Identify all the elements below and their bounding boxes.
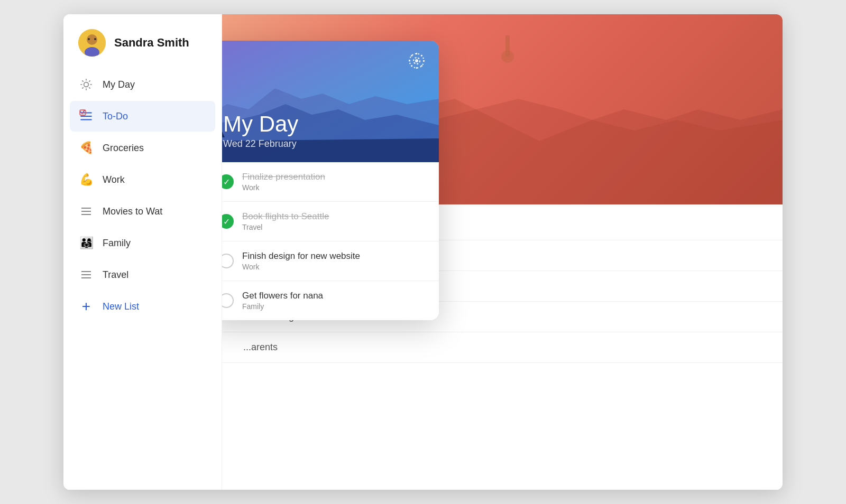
sidebar-item-family[interactable]: 👨‍👩‍👧 Family (70, 228, 215, 258)
family-icon: 👨‍👩‍👧 (78, 235, 94, 251)
svg-rect-22 (505, 35, 510, 57)
sidebar-item-label-movies: Movies to Wat (103, 206, 162, 217)
user-name: Sandra Smith (114, 36, 189, 50)
work-icon: 💪 (78, 172, 94, 188)
myday-panel: My Day Wed 22 February ✓ Finalize presen… (222, 41, 439, 320)
myday-title: My Day (223, 112, 422, 136)
sidebar-item-label-my-day: My Day (103, 79, 135, 90)
svg-line-10 (82, 80, 83, 81)
sidebar-item-label-groceries: Groceries (103, 143, 144, 154)
sidebar-item-travel[interactable]: Travel (70, 259, 215, 290)
sidebar-item-my-day[interactable]: My Day (70, 69, 215, 100)
app-container: Sandra Smith (63, 14, 783, 490)
sidebar-item-to-do[interactable]: To-Do (70, 101, 215, 132)
myday-date: Wed 22 February (223, 138, 422, 150)
sidebar-item-label-travel: Travel (103, 269, 128, 281)
sidebar-item-work[interactable]: 💪 Work (70, 164, 215, 195)
task-item-finalize[interactable]: ✓ Finalize presentation Work (222, 162, 439, 202)
task-item-flowers[interactable]: Get flowers for nana Family (222, 281, 439, 320)
todo-icon (78, 108, 94, 124)
bulb-icon[interactable] (407, 51, 426, 74)
travel-icon (78, 267, 94, 283)
svg-point-4 (94, 38, 96, 40)
task-name-flowers: Get flowers for nana (242, 291, 426, 301)
task-category-finalize: Work (242, 183, 426, 192)
task-name-finalize: Finalize presentation (242, 172, 426, 182)
svg-line-12 (82, 87, 83, 88)
task-category-flights: Travel (242, 223, 426, 231)
task-checkbox-flowers[interactable] (222, 293, 234, 308)
svg-point-3 (88, 38, 90, 40)
sidebar-item-label-family: Family (103, 238, 131, 249)
sidebar: Sandra Smith (63, 14, 222, 490)
svg-line-13 (89, 80, 90, 81)
sidebar-item-groceries[interactable]: 🍕 Groceries (70, 133, 215, 163)
sidebar-item-label-new-list: New List (103, 301, 139, 312)
svg-line-11 (89, 87, 90, 88)
myday-header: My Day Wed 22 February (222, 41, 439, 162)
sidebar-item-label-to-do: To-Do (103, 111, 128, 122)
avatar (78, 29, 106, 57)
movies-icon (78, 203, 94, 219)
main-content: ...o practice ...or new clients ...at th… (222, 14, 783, 490)
sidebar-item-movies[interactable]: Movies to Wat (70, 196, 215, 227)
task-checkbox-design[interactable] (222, 254, 234, 268)
task-checkbox-flights[interactable]: ✓ (222, 214, 234, 229)
task-category-flowers: Family (242, 302, 426, 311)
svg-point-26 (415, 59, 418, 62)
sidebar-item-new-list[interactable]: + New List (70, 291, 215, 322)
task-name-design: Finish design for new website (242, 251, 426, 262)
task-item-flights[interactable]: ✓ Book flights to Seattle Travel (222, 202, 439, 241)
svg-point-5 (84, 82, 89, 87)
myday-tasks: ✓ Finalize presentation Work ✓ Book flig… (222, 162, 439, 320)
bg-todo-item: ...arents (222, 332, 783, 363)
plus-icon: + (78, 298, 94, 314)
task-category-design: Work (242, 263, 426, 271)
sun-icon (78, 77, 94, 92)
sidebar-item-label-work: Work (103, 174, 125, 185)
nav-list: My Day To-Do 🍕 Groceries (63, 69, 222, 490)
task-item-design[interactable]: Finish design for new website Work (222, 241, 439, 281)
task-name-flights: Book flights to Seattle (242, 211, 426, 222)
task-checkbox-finalize[interactable]: ✓ (222, 174, 234, 189)
groceries-icon: 🍕 (78, 140, 94, 156)
user-profile[interactable]: Sandra Smith (63, 14, 222, 69)
